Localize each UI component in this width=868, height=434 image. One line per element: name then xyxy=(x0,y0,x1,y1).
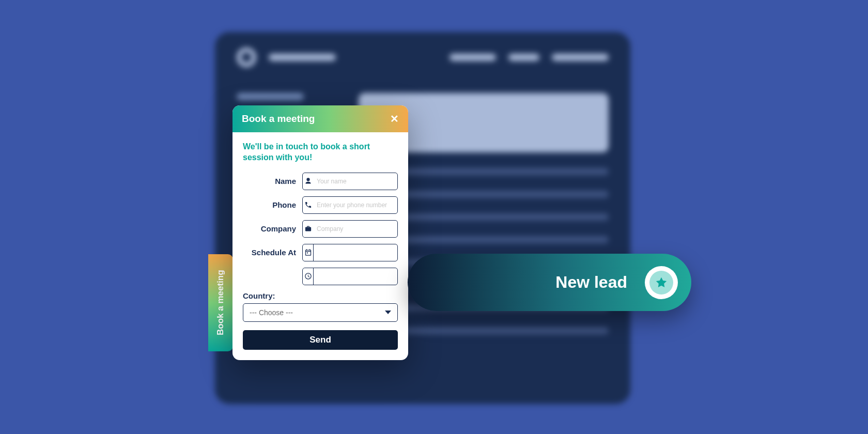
country-label: Country: xyxy=(243,291,398,300)
phone-field-wrap xyxy=(302,196,398,214)
name-input[interactable] xyxy=(314,173,397,190)
chevron-down-icon xyxy=(385,311,391,314)
close-icon[interactable]: ✕ xyxy=(390,114,399,124)
company-label: Company xyxy=(243,224,302,233)
side-tab-label: Book a meeting xyxy=(215,270,226,336)
bg-nav-placeholder xyxy=(450,54,609,61)
name-label: Name xyxy=(243,177,302,185)
schedule-time-input[interactable] xyxy=(314,268,397,285)
book-meeting-side-tab[interactable]: Book a meeting xyxy=(208,254,233,351)
schedule-label: Schedule At xyxy=(243,248,302,257)
clock-icon xyxy=(303,268,314,285)
star-icon xyxy=(655,276,668,289)
bg-logo-icon xyxy=(237,48,256,67)
book-meeting-modal: Book a meeting ✕ We'll be in touch to bo… xyxy=(233,105,408,360)
phone-input[interactable] xyxy=(314,197,397,213)
phone-label: Phone xyxy=(243,200,302,209)
phone-icon xyxy=(303,201,314,209)
schedule-date-wrap xyxy=(302,244,398,261)
briefcase-icon xyxy=(303,225,314,233)
country-select[interactable]: --- Choose --- xyxy=(243,303,398,322)
modal-title: Book a meeting xyxy=(242,113,315,125)
person-icon xyxy=(303,177,314,185)
send-button[interactable]: Send xyxy=(243,330,398,350)
country-selected: --- Choose --- xyxy=(250,308,293,317)
lead-badge xyxy=(645,266,678,299)
name-field-wrap xyxy=(302,173,398,190)
modal-subtitle: We'll be in touch to book a short sessio… xyxy=(243,142,398,163)
bg-title-placeholder xyxy=(269,54,336,61)
calendar-icon xyxy=(303,244,314,261)
new-lead-notification[interactable]: New lead xyxy=(408,254,691,311)
new-lead-label: New lead xyxy=(555,273,627,292)
modal-header: Book a meeting ✕ xyxy=(233,105,408,132)
company-field-wrap xyxy=(302,220,398,238)
company-input[interactable] xyxy=(314,221,397,237)
schedule-date-input[interactable] xyxy=(314,244,397,261)
schedule-time-wrap xyxy=(302,268,398,285)
